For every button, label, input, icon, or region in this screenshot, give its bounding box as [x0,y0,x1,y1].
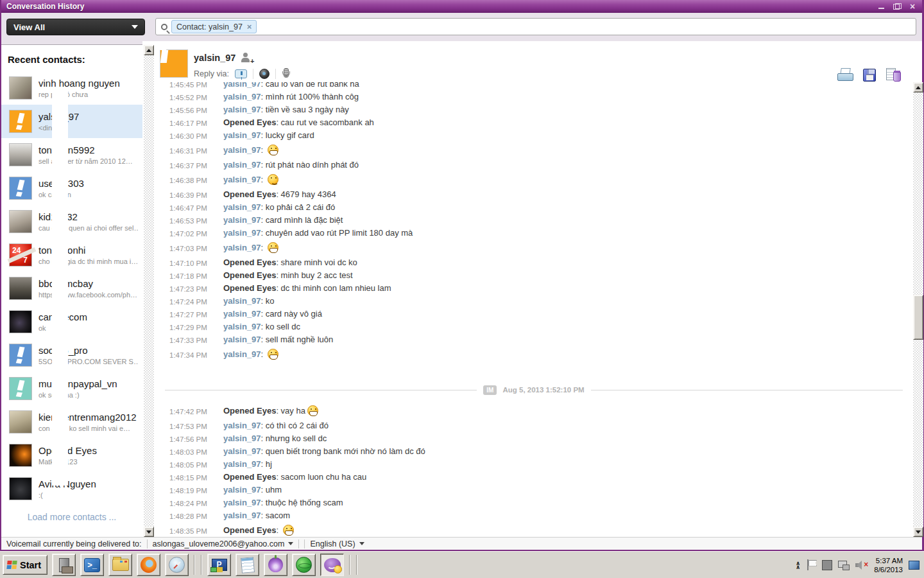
window-title: Conversation History [6,2,84,11]
globe-icon [296,557,312,573]
message-text: : cau lo van de rut bank ha [261,82,359,89]
message-text: : card này vô giá [261,309,322,319]
view-filter-dropdown[interactable]: View All [6,19,145,35]
show-desktop-icon[interactable] [909,561,920,570]
security-flag-icon[interactable] [806,559,816,571]
contact-row[interactable]: kid19932cau oi co quen ai choi offer sel… [1,205,142,238]
contact-row[interactable]: user12303ok cam on [1,171,142,205]
message-timestamp: 1:48:24 PM [169,497,223,510]
reply-webcam-icon[interactable] [259,69,270,79]
taskbar-safari-button[interactable] [165,554,189,576]
message-row: 1:47:53 PMyalsin_97: có thì có 2 cái đó [154,419,913,432]
contact-row[interactable]: socks5_pro5SOCKSPRO.COM SEVER S… [1,338,142,372]
conversation-scrollbar[interactable] [913,82,923,537]
message-timestamp: 1:47:42 PM [169,403,223,420]
message-timestamp: 1:46:38 PM [169,172,223,189]
chip-close-icon[interactable]: × [247,22,252,31]
message-row: 1:48:05 PMyalsin_97: hj [154,458,913,471]
contact-avatar: 247 [9,243,32,267]
contact-avatar [9,344,32,367]
message-text: : sacom luon chu ha cau [276,472,366,482]
contact-row[interactable]: vinh hoang nguyenrep pm có chưa [1,71,142,105]
message-text: : minh buy 2 acc test [276,270,352,280]
contact-row[interactable]: muabanpaypal_vnok son nha :) [1,372,142,405]
message-sender: yalsin_97 [223,92,261,101]
message-row: 1:47:33 PMyalsin_97: sell mất nghề luôn [154,333,913,346]
start-button[interactable]: Start [3,555,47,575]
tray-app-icon[interactable] [822,560,832,570]
restore-button[interactable] [893,3,902,10]
search-filter-chip-label: Contact: yalsin_97 [176,22,243,31]
contact-status-message: :( [38,491,96,499]
delete-conversation-icon[interactable] [886,68,902,82]
taskbar-folder-button[interactable] [108,554,132,576]
message-row: 1:48:03 PMyalsin_97: quen biết trong ban… [154,445,913,458]
taskbar-notepad-button[interactable] [235,554,259,576]
message-timestamp: 1:48:15 PM [169,471,223,484]
network-icon[interactable] [838,560,850,570]
message-row: 1:47:24 PMyalsin_97: ko [154,295,913,308]
message-timestamp: 1:48:35 PM [169,523,223,537]
taskbar-parallels-button[interactable]: P [207,554,231,576]
contact-row[interactable]: yalsin_97<ding> [1,105,142,138]
tray-expand-icon[interactable]: ∧∧ [796,561,800,569]
contact-row[interactable]: Opened EyesMatkhau123 [1,439,142,472]
message-sender: Opened Eyes [223,258,276,267]
message-row: 1:47:10 PMOpened Eyes: share minh voi dc… [154,256,913,269]
search-filter-chip[interactable]: Contact: yalsin_97 × [171,20,257,33]
titlebar[interactable]: Conversation History × [1,0,922,13]
minimize-button[interactable] [877,3,886,10]
save-icon[interactable] [863,69,876,82]
contact-avatar [9,177,32,200]
contact-row[interactable]: tonytran5992sell acc ver từ năm 2010 12… [1,138,142,171]
sidebar-scrollbar[interactable] [144,45,154,537]
scrollbar-thumb[interactable] [913,295,923,340]
start-button-label: Start [20,560,41,570]
reply-im-icon[interactable] [235,69,247,78]
message-row: 1:48:15 PMOpened Eyes: sacom luon chu ha… [154,471,913,484]
reply-voice-icon[interactable] [282,68,289,79]
search-input[interactable]: Contact: yalsin_97 × [155,18,916,35]
scroll-up-button[interactable] [913,82,923,92]
message-row: 1:46:38 PMyalsin_97: [154,171,913,188]
message-sender: Opened Eyes [223,472,276,482]
load-more-contacts-link[interactable]: Load more contacts ... [1,512,142,522]
scroll-down-button[interactable] [144,527,154,537]
scroll-up-button[interactable] [144,45,154,55]
message-text: : quen biết trong bank mới nhờ nó làm dc… [261,446,425,456]
view-filter-value: View All [13,22,45,32]
taskbar-powershell-button[interactable]: >_ [80,554,104,576]
taskbar-firefox-button[interactable] [137,554,160,576]
message-sender: yalsin_97 [223,459,261,469]
contact-row[interactable]: bboy_mcbayhttps://www.facebook.com/ph… [1,272,142,305]
message-sender: yalsin_97 [223,485,261,495]
contact-row[interactable]: canjolecomok [1,305,142,338]
message-sender: Opened Eyes [223,270,276,280]
language-dropdown[interactable]: English (US) [310,539,364,548]
contact-avatar [9,210,32,233]
contact-row[interactable]: Avira Nguyen:( [1,472,142,505]
message-text: : sell mất nghề luôn [261,335,334,344]
contact-row[interactable]: kiemtientrenmang2012con ai do ko sell mi… [1,405,142,439]
message-row: 1:45:45 PMyalsin_97: cau lo van de rut b… [154,82,913,91]
contact-avatar [9,277,32,300]
message-timestamp: 1:47:33 PM [169,334,223,347]
chevron-down-icon [288,542,293,545]
contact-row[interactable]: 247tongoconhicho nick gia dc thi minh mu… [1,238,142,272]
toolbar: View All Contact: yalsin_97 × [1,13,922,41]
message-row: 1:46:37 PMyalsin_97: rút phát nào dính p… [154,159,913,171]
taskbar-globe-button[interactable] [292,554,316,576]
taskbar-tor-button[interactable] [264,554,287,576]
close-button[interactable]: × [908,3,917,10]
add-contact-icon[interactable]: + [241,53,252,63]
volume-muted-icon[interactable]: × [855,560,868,570]
message-timestamp: 1:48:03 PM [169,446,223,459]
message-sender: yalsin_97 [223,243,261,252]
print-icon[interactable] [837,68,853,82]
message-sender: Opened Eyes [223,189,276,199]
taskbar-messenger-button-active[interactable] [320,554,344,576]
voicemail-email-dropdown[interactable]: aslongas_uloveme2006@yahoo.com [153,539,294,548]
taskbar-admin-tools-button[interactable] [52,554,76,576]
scroll-down-button[interactable] [913,527,923,537]
message-sender: yalsin_97 [223,322,261,331]
